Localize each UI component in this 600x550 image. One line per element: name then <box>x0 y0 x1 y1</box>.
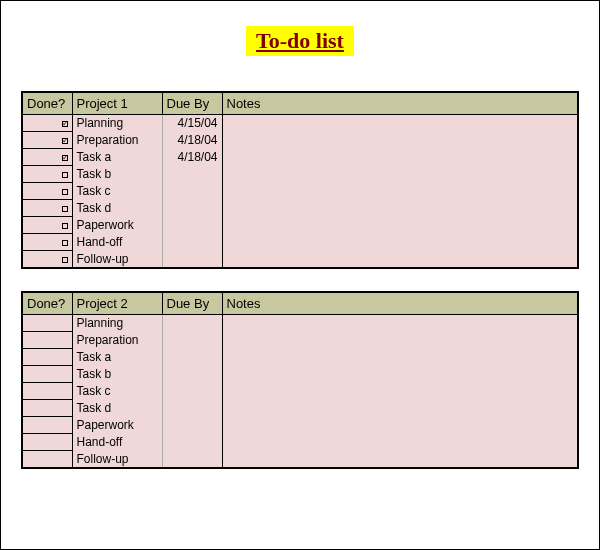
table-row: Preparation <box>22 332 578 349</box>
due-cell <box>162 451 222 468</box>
table-row: Paperwork <box>22 417 578 434</box>
due-cell <box>162 217 222 234</box>
task-cell: Hand-off <box>72 434 162 451</box>
checkbox-unchecked-icon[interactable] <box>62 189 68 195</box>
header-done: Done? <box>22 292 72 315</box>
done-cell[interactable] <box>22 366 72 383</box>
done-cell[interactable] <box>22 332 72 349</box>
notes-cell <box>222 115 578 132</box>
notes-cell <box>222 315 578 332</box>
todo-table-1: Done?Project 1Due ByNotesPlanning4/15/04… <box>21 91 579 269</box>
table-row: Task c <box>22 383 578 400</box>
done-cell[interactable] <box>22 417 72 434</box>
done-cell[interactable] <box>22 183 72 200</box>
due-cell <box>162 434 222 451</box>
notes-cell <box>222 251 578 269</box>
table-row: Follow-up <box>22 251 578 269</box>
title-wrap: To-do list <box>21 26 579 56</box>
due-cell: 4/15/04 <box>162 115 222 132</box>
task-cell: Planning <box>72 315 162 332</box>
done-cell[interactable] <box>22 400 72 417</box>
table-row: Task d <box>22 200 578 217</box>
checkbox-checked-icon[interactable] <box>62 138 68 144</box>
task-cell: Task a <box>72 149 162 166</box>
done-cell[interactable] <box>22 217 72 234</box>
header-due: Due By <box>162 292 222 315</box>
due-cell <box>162 383 222 400</box>
done-cell[interactable] <box>22 315 72 332</box>
header-due: Due By <box>162 92 222 115</box>
due-cell <box>162 251 222 269</box>
due-cell <box>162 166 222 183</box>
task-cell: Paperwork <box>72 217 162 234</box>
due-cell <box>162 183 222 200</box>
table-row: Task b <box>22 166 578 183</box>
header-done: Done? <box>22 92 72 115</box>
table-row: Task b <box>22 366 578 383</box>
done-cell[interactable] <box>22 451 72 468</box>
table-row: Task a4/18/04 <box>22 149 578 166</box>
checkbox-unchecked-icon[interactable] <box>62 240 68 246</box>
page-title: To-do list <box>246 26 354 56</box>
done-cell[interactable] <box>22 234 72 251</box>
table-row: Follow-up <box>22 451 578 468</box>
header-project: Project 2 <box>72 292 162 315</box>
task-cell: Task c <box>72 183 162 200</box>
done-cell[interactable] <box>22 200 72 217</box>
page: To-do list Done?Project 1Due ByNotesPlan… <box>0 0 600 550</box>
table-row: Task c <box>22 183 578 200</box>
done-cell[interactable] <box>22 149 72 166</box>
header-project: Project 1 <box>72 92 162 115</box>
notes-cell <box>222 234 578 251</box>
checkbox-unchecked-icon[interactable] <box>62 223 68 229</box>
notes-cell <box>222 332 578 349</box>
task-cell: Follow-up <box>72 251 162 269</box>
checkbox-unchecked-icon[interactable] <box>62 172 68 178</box>
done-cell[interactable] <box>22 434 72 451</box>
table-row: Planning <box>22 315 578 332</box>
done-cell[interactable] <box>22 166 72 183</box>
notes-cell <box>222 400 578 417</box>
notes-cell <box>222 383 578 400</box>
notes-cell <box>222 149 578 166</box>
checkbox-checked-icon[interactable] <box>62 121 68 127</box>
table-row: Task d <box>22 400 578 417</box>
done-cell[interactable] <box>22 251 72 269</box>
done-cell[interactable] <box>22 115 72 132</box>
notes-cell <box>222 349 578 366</box>
due-cell <box>162 315 222 332</box>
task-cell: Follow-up <box>72 451 162 468</box>
table-row: Hand-off <box>22 434 578 451</box>
table-row: Hand-off <box>22 234 578 251</box>
due-cell <box>162 366 222 383</box>
task-cell: Hand-off <box>72 234 162 251</box>
notes-cell <box>222 451 578 468</box>
checkbox-unchecked-icon[interactable] <box>62 257 68 263</box>
notes-cell <box>222 200 578 217</box>
due-cell: 4/18/04 <box>162 132 222 149</box>
table-row: Planning4/15/04 <box>22 115 578 132</box>
header-notes: Notes <box>222 92 578 115</box>
task-cell: Task b <box>72 166 162 183</box>
notes-cell <box>222 217 578 234</box>
done-cell[interactable] <box>22 383 72 400</box>
checkbox-checked-icon[interactable] <box>62 155 68 161</box>
due-cell: 4/18/04 <box>162 149 222 166</box>
notes-cell <box>222 132 578 149</box>
due-cell <box>162 400 222 417</box>
due-cell <box>162 234 222 251</box>
table-row: Task a <box>22 349 578 366</box>
checkbox-unchecked-icon[interactable] <box>62 206 68 212</box>
due-cell <box>162 417 222 434</box>
done-cell[interactable] <box>22 349 72 366</box>
table-row: Preparation4/18/04 <box>22 132 578 149</box>
due-cell <box>162 200 222 217</box>
task-cell: Planning <box>72 115 162 132</box>
done-cell[interactable] <box>22 132 72 149</box>
task-cell: Task b <box>72 366 162 383</box>
task-cell: Task a <box>72 349 162 366</box>
task-cell: Paperwork <box>72 417 162 434</box>
task-cell: Task d <box>72 400 162 417</box>
task-cell: Preparation <box>72 132 162 149</box>
header-notes: Notes <box>222 292 578 315</box>
